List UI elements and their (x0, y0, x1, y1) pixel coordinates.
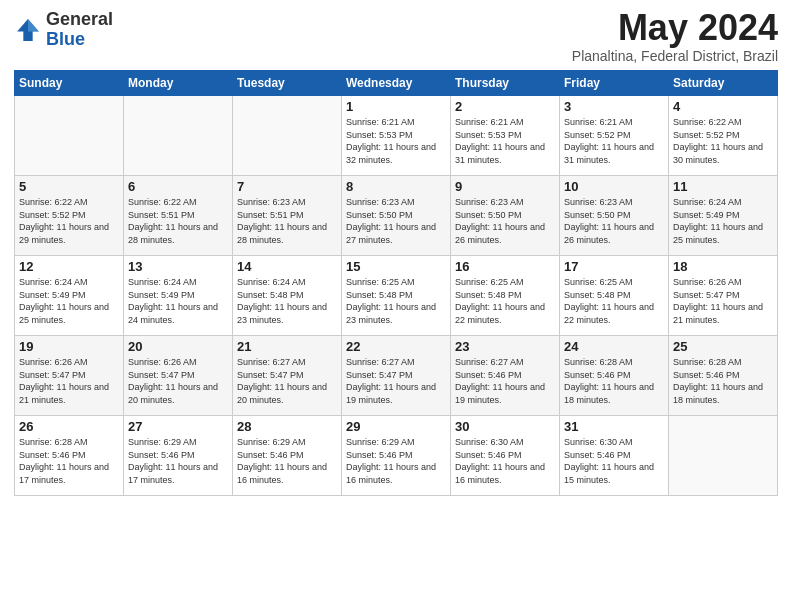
cell-content: Sunrise: 6:22 AMSunset: 5:52 PMDaylight:… (19, 197, 109, 245)
week-row-2: 5Sunrise: 6:22 AMSunset: 5:52 PMDaylight… (15, 176, 778, 256)
cell-2-5: 9Sunrise: 6:23 AMSunset: 5:50 PMDaylight… (451, 176, 560, 256)
cell-content: Sunrise: 6:30 AMSunset: 5:46 PMDaylight:… (455, 437, 545, 485)
day-number: 28 (237, 419, 337, 434)
cell-5-3: 28Sunrise: 6:29 AMSunset: 5:46 PMDayligh… (233, 416, 342, 496)
cell-content: Sunrise: 6:27 AMSunset: 5:47 PMDaylight:… (346, 357, 436, 405)
cell-1-6: 3Sunrise: 6:21 AMSunset: 5:52 PMDaylight… (560, 96, 669, 176)
cell-content: Sunrise: 6:23 AMSunset: 5:50 PMDaylight:… (564, 197, 654, 245)
cell-content: Sunrise: 6:24 AMSunset: 5:49 PMDaylight:… (19, 277, 109, 325)
cell-5-6: 31Sunrise: 6:30 AMSunset: 5:46 PMDayligh… (560, 416, 669, 496)
header-sunday: Sunday (15, 71, 124, 96)
cell-1-7: 4Sunrise: 6:22 AMSunset: 5:52 PMDaylight… (669, 96, 778, 176)
cell-content: Sunrise: 6:26 AMSunset: 5:47 PMDaylight:… (673, 277, 763, 325)
calendar-table: Sunday Monday Tuesday Wednesday Thursday… (14, 70, 778, 496)
cell-content: Sunrise: 6:23 AMSunset: 5:50 PMDaylight:… (455, 197, 545, 245)
cell-1-5: 2Sunrise: 6:21 AMSunset: 5:53 PMDaylight… (451, 96, 560, 176)
day-number: 10 (564, 179, 664, 194)
day-number: 31 (564, 419, 664, 434)
cell-3-7: 18Sunrise: 6:26 AMSunset: 5:47 PMDayligh… (669, 256, 778, 336)
day-number: 19 (19, 339, 119, 354)
week-row-4: 19Sunrise: 6:26 AMSunset: 5:47 PMDayligh… (15, 336, 778, 416)
cell-5-4: 29Sunrise: 6:29 AMSunset: 5:46 PMDayligh… (342, 416, 451, 496)
week-row-5: 26Sunrise: 6:28 AMSunset: 5:46 PMDayligh… (15, 416, 778, 496)
cell-3-1: 12Sunrise: 6:24 AMSunset: 5:49 PMDayligh… (15, 256, 124, 336)
day-number: 20 (128, 339, 228, 354)
svg-marker-1 (28, 19, 39, 31)
day-number: 8 (346, 179, 446, 194)
header-saturday: Saturday (669, 71, 778, 96)
cell-2-1: 5Sunrise: 6:22 AMSunset: 5:52 PMDaylight… (15, 176, 124, 256)
cell-1-1 (15, 96, 124, 176)
cell-content: Sunrise: 6:23 AMSunset: 5:50 PMDaylight:… (346, 197, 436, 245)
day-number: 15 (346, 259, 446, 274)
day-number: 3 (564, 99, 664, 114)
day-number: 7 (237, 179, 337, 194)
cell-1-3 (233, 96, 342, 176)
day-number: 29 (346, 419, 446, 434)
cell-content: Sunrise: 6:30 AMSunset: 5:46 PMDaylight:… (564, 437, 654, 485)
cell-content: Sunrise: 6:26 AMSunset: 5:47 PMDaylight:… (19, 357, 109, 405)
cell-5-5: 30Sunrise: 6:30 AMSunset: 5:46 PMDayligh… (451, 416, 560, 496)
title-section: May 2024 Planaltina, Federal District, B… (572, 10, 778, 64)
cell-content: Sunrise: 6:28 AMSunset: 5:46 PMDaylight:… (564, 357, 654, 405)
header-thursday: Thursday (451, 71, 560, 96)
cell-content: Sunrise: 6:21 AMSunset: 5:52 PMDaylight:… (564, 117, 654, 165)
cell-content: Sunrise: 6:27 AMSunset: 5:46 PMDaylight:… (455, 357, 545, 405)
logo-blue: Blue (46, 30, 113, 50)
day-number: 9 (455, 179, 555, 194)
day-number: 24 (564, 339, 664, 354)
header-monday: Monday (124, 71, 233, 96)
logo-general: General (46, 10, 113, 30)
day-number: 22 (346, 339, 446, 354)
day-number: 4 (673, 99, 773, 114)
cell-content: Sunrise: 6:25 AMSunset: 5:48 PMDaylight:… (346, 277, 436, 325)
cell-content: Sunrise: 6:21 AMSunset: 5:53 PMDaylight:… (455, 117, 545, 165)
cell-4-3: 21Sunrise: 6:27 AMSunset: 5:47 PMDayligh… (233, 336, 342, 416)
cell-content: Sunrise: 6:22 AMSunset: 5:52 PMDaylight:… (673, 117, 763, 165)
day-number: 14 (237, 259, 337, 274)
logo: General Blue (14, 10, 113, 50)
cell-5-2: 27Sunrise: 6:29 AMSunset: 5:46 PMDayligh… (124, 416, 233, 496)
header-friday: Friday (560, 71, 669, 96)
cell-3-6: 17Sunrise: 6:25 AMSunset: 5:48 PMDayligh… (560, 256, 669, 336)
day-number: 26 (19, 419, 119, 434)
header: General Blue May 2024 Planaltina, Federa… (14, 10, 778, 64)
cell-3-2: 13Sunrise: 6:24 AMSunset: 5:49 PMDayligh… (124, 256, 233, 336)
cell-2-3: 7Sunrise: 6:23 AMSunset: 5:51 PMDaylight… (233, 176, 342, 256)
cell-content: Sunrise: 6:27 AMSunset: 5:47 PMDaylight:… (237, 357, 327, 405)
cell-content: Sunrise: 6:22 AMSunset: 5:51 PMDaylight:… (128, 197, 218, 245)
logo-icon (14, 16, 42, 44)
month-title: May 2024 (572, 10, 778, 46)
cell-content: Sunrise: 6:26 AMSunset: 5:47 PMDaylight:… (128, 357, 218, 405)
cell-4-6: 24Sunrise: 6:28 AMSunset: 5:46 PMDayligh… (560, 336, 669, 416)
day-number: 30 (455, 419, 555, 434)
day-number: 18 (673, 259, 773, 274)
day-number: 11 (673, 179, 773, 194)
header-wednesday: Wednesday (342, 71, 451, 96)
week-row-3: 12Sunrise: 6:24 AMSunset: 5:49 PMDayligh… (15, 256, 778, 336)
calendar-page: General Blue May 2024 Planaltina, Federa… (0, 0, 792, 612)
cell-2-6: 10Sunrise: 6:23 AMSunset: 5:50 PMDayligh… (560, 176, 669, 256)
header-row: Sunday Monday Tuesday Wednesday Thursday… (15, 71, 778, 96)
cell-content: Sunrise: 6:21 AMSunset: 5:53 PMDaylight:… (346, 117, 436, 165)
day-number: 5 (19, 179, 119, 194)
header-tuesday: Tuesday (233, 71, 342, 96)
cell-4-7: 25Sunrise: 6:28 AMSunset: 5:46 PMDayligh… (669, 336, 778, 416)
cell-1-4: 1Sunrise: 6:21 AMSunset: 5:53 PMDaylight… (342, 96, 451, 176)
cell-5-7 (669, 416, 778, 496)
location: Planaltina, Federal District, Brazil (572, 48, 778, 64)
day-number: 13 (128, 259, 228, 274)
day-number: 12 (19, 259, 119, 274)
cell-content: Sunrise: 6:24 AMSunset: 5:49 PMDaylight:… (128, 277, 218, 325)
week-row-1: 1Sunrise: 6:21 AMSunset: 5:53 PMDaylight… (15, 96, 778, 176)
cell-content: Sunrise: 6:28 AMSunset: 5:46 PMDaylight:… (673, 357, 763, 405)
cell-content: Sunrise: 6:23 AMSunset: 5:51 PMDaylight:… (237, 197, 327, 245)
cell-2-4: 8Sunrise: 6:23 AMSunset: 5:50 PMDaylight… (342, 176, 451, 256)
cell-content: Sunrise: 6:25 AMSunset: 5:48 PMDaylight:… (455, 277, 545, 325)
cell-5-1: 26Sunrise: 6:28 AMSunset: 5:46 PMDayligh… (15, 416, 124, 496)
day-number: 6 (128, 179, 228, 194)
cell-content: Sunrise: 6:25 AMSunset: 5:48 PMDaylight:… (564, 277, 654, 325)
cell-4-1: 19Sunrise: 6:26 AMSunset: 5:47 PMDayligh… (15, 336, 124, 416)
cell-4-4: 22Sunrise: 6:27 AMSunset: 5:47 PMDayligh… (342, 336, 451, 416)
cell-content: Sunrise: 6:29 AMSunset: 5:46 PMDaylight:… (237, 437, 327, 485)
